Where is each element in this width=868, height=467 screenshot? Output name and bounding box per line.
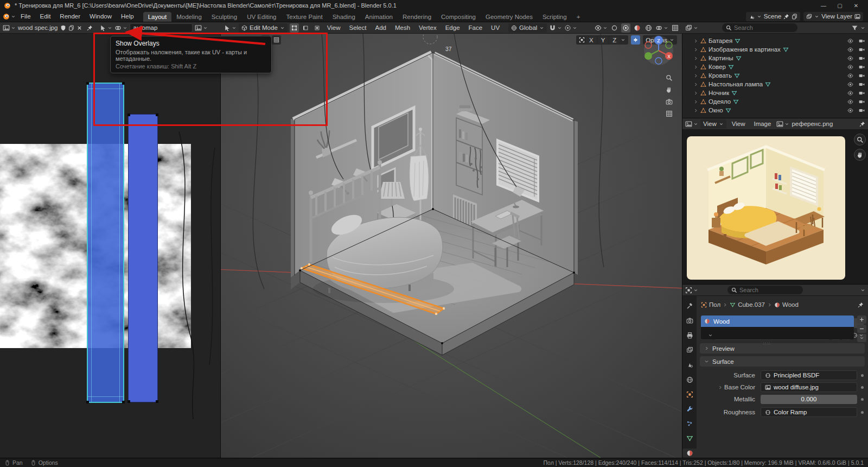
tab-object-data[interactable]: [682, 434, 697, 443]
object-name[interactable]: Одеяло: [709, 98, 731, 105]
outliner-row[interactable]: Изображения в картинах: [682, 45, 868, 54]
tab-material[interactable]: [682, 449, 697, 458]
photo-icon[interactable]: [854, 14, 860, 20]
camera-view-icon[interactable]: [666, 98, 673, 105]
properties-search[interactable]: [727, 286, 803, 294]
decorator-dot[interactable]: [861, 374, 864, 377]
navigation-gizmo[interactable]: Z X: [642, 34, 675, 67]
hide-eye-icon[interactable]: [847, 73, 853, 79]
mirror-y-button[interactable]: Y: [598, 36, 609, 44]
material-slot-selected[interactable]: Wood: [701, 315, 854, 327]
tab-add-workspace[interactable]: +: [572, 12, 585, 22]
shading-solid-icon[interactable]: [621, 23, 630, 33]
shading-wireframe-icon[interactable]: [610, 23, 619, 33]
tab-compositing[interactable]: Compositing: [436, 12, 481, 22]
tab-scripting[interactable]: Scripting: [538, 12, 572, 22]
face-select-mode-icon[interactable]: [312, 23, 322, 33]
properties-search-input[interactable]: [739, 287, 799, 293]
uv-map-field[interactable]: [130, 23, 193, 33]
render-camera-icon[interactable]: [859, 73, 865, 79]
image-browse-icon[interactable]: [776, 119, 789, 129]
snapping-magnet-icon[interactable]: [549, 23, 562, 33]
object-name[interactable]: Ковер: [709, 64, 726, 70]
tab-tool[interactable]: [682, 301, 697, 311]
scene-selector[interactable]: Scene: [746, 12, 801, 21]
pin-icon[interactable]: [783, 14, 789, 20]
expand-icon[interactable]: [718, 385, 723, 390]
expand-icon[interactable]: [693, 47, 698, 52]
object-name[interactable]: Картины: [709, 55, 733, 61]
ortho-grid-icon[interactable]: [666, 110, 673, 117]
menu-uv[interactable]: UV: [488, 23, 503, 32]
outliner-search[interactable]: [722, 23, 797, 32]
outliner-row[interactable]: Настольная лампа: [682, 80, 868, 89]
tab-texture-paint[interactable]: Texture Paint: [282, 12, 328, 22]
pin-icon[interactable]: [858, 302, 864, 308]
mirror-x-button[interactable]: X: [586, 36, 597, 44]
unlink-image-icon[interactable]: [76, 25, 82, 31]
outliner-row[interactable]: Одеяло: [682, 97, 868, 106]
material-slot-list[interactable]: Wood: [701, 315, 854, 339]
fake-user-shield-icon[interactable]: [60, 25, 66, 31]
minimize-button[interactable]: —: [815, 0, 832, 11]
menu-edit[interactable]: Edit: [36, 12, 55, 21]
uv-island-selected[interactable]: [87, 83, 124, 403]
tab-world[interactable]: [682, 375, 697, 384]
tab-rendering[interactable]: Rendering: [398, 12, 436, 22]
outliner-row[interactable]: Картины: [682, 54, 868, 62]
reference-image[interactable]: [687, 136, 845, 280]
viewport-canvas[interactable]: 37: [221, 34, 682, 458]
show-overlays-toggle[interactable]: [114, 23, 127, 33]
edge-select-mode-icon[interactable]: [301, 23, 310, 33]
expand-icon[interactable]: [693, 82, 698, 87]
menu-image[interactable]: Image: [750, 119, 774, 128]
image-mode-selector[interactable]: View: [700, 119, 726, 129]
outliner-row[interactable]: Кровать: [682, 71, 868, 80]
mode-selector[interactable]: Edit Mode: [239, 23, 288, 33]
outliner-search-input[interactable]: [734, 24, 794, 31]
object-name[interactable]: Окно: [709, 107, 723, 113]
hide-eye-icon[interactable]: [847, 47, 853, 53]
vertex-select-mode-icon[interactable]: [290, 23, 299, 33]
menu-view[interactable]: View: [324, 23, 344, 32]
uv-island[interactable]: [128, 114, 158, 402]
xray-toggle-icon[interactable]: [671, 23, 680, 33]
uv-map-input[interactable]: [133, 24, 189, 31]
decorator-dot[interactable]: [861, 386, 864, 389]
hide-eye-icon[interactable]: [847, 99, 853, 105]
chevron-down-icon[interactable]: [860, 26, 865, 30]
object-name[interactable]: Кровать: [709, 72, 732, 79]
breadcrumb-mesh[interactable]: Cube.037: [738, 301, 765, 308]
tab-animation[interactable]: Animation: [360, 12, 398, 22]
hide-eye-icon[interactable]: [847, 90, 853, 96]
view-layer-selector[interactable]: View Layer: [803, 12, 863, 21]
decorator-dot[interactable]: [861, 411, 864, 414]
render-camera-icon[interactable]: [859, 90, 865, 96]
image-editor-type-icon[interactable]: [685, 119, 698, 129]
breadcrumb-material[interactable]: Wood: [782, 301, 799, 308]
add-slot-button[interactable]: [857, 315, 866, 324]
hide-eye-icon[interactable]: [847, 64, 853, 70]
transform-orientation-selector[interactable]: Global: [508, 23, 547, 33]
expand-icon[interactable]: [693, 99, 698, 104]
filter-funnel-icon[interactable]: [851, 24, 858, 31]
outliner-row[interactable]: Окно: [682, 106, 868, 115]
object-name[interactable]: Батарея: [709, 37, 732, 44]
properties-editor-type-icon[interactable]: [685, 286, 698, 295]
menu-help[interactable]: Help: [117, 12, 138, 21]
tab-modifiers[interactable]: [682, 405, 697, 414]
zoom-icon[interactable]: [854, 134, 866, 146]
tab-object[interactable]: [682, 390, 697, 399]
tab-output[interactable]: [682, 331, 697, 340]
expand-icon[interactable]: [693, 56, 698, 61]
uv-canvas[interactable]: [0, 34, 221, 458]
tab-particles[interactable]: [682, 419, 697, 428]
close-button[interactable]: ✕: [848, 0, 864, 11]
hide-eye-icon[interactable]: [847, 108, 853, 113]
render-camera-icon[interactable]: [859, 38, 865, 44]
proportional-editing-icon[interactable]: [564, 23, 577, 33]
render-camera-icon[interactable]: [859, 81, 865, 87]
copy-icon[interactable]: [792, 14, 797, 20]
metallic-slider[interactable]: 0.000: [761, 395, 857, 404]
tab-sculpting[interactable]: Sculpting: [207, 12, 242, 22]
